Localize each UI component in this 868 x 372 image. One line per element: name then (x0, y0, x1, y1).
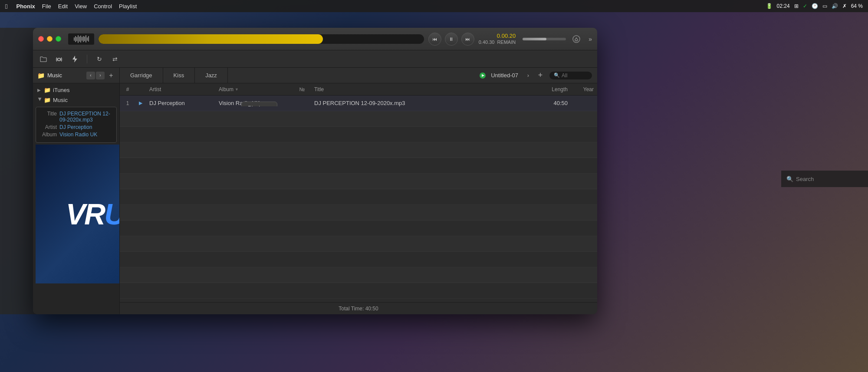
track-info-popup: Title DJ PERCEPTION 12-09-2020x.mp3 Arti… (36, 107, 117, 143)
active-playlist-name: Untitled-07 (491, 72, 518, 79)
shuffle-btn[interactable]: ⇄ (109, 53, 121, 65)
menubar-playlist[interactable]: Playlist (119, 3, 137, 10)
table-row-empty-10[interactable] (120, 252, 597, 267)
folder-btn[interactable] (37, 53, 49, 65)
track-play-btn[interactable]: ▶ (135, 100, 146, 106)
sidebar-title: Music (47, 72, 84, 79)
col-header-album[interactable]: Album ▼ (215, 86, 293, 92)
sidebar-header: 📁 Music ‹ › + (33, 68, 119, 83)
clock: 02:24 (777, 3, 790, 9)
table-row-empty-6[interactable] (120, 189, 597, 205)
vruk-v: VR (66, 197, 104, 231)
table-row-empty-1[interactable] (120, 111, 597, 127)
finder-search-bar[interactable]: 🔍 Search (781, 171, 868, 187)
volume-slider[interactable] (523, 38, 566, 40)
search-input[interactable] (562, 72, 588, 79)
playlist-area: Garridge Kiss Jazz ▶ Untitled-07 › + (120, 68, 597, 314)
minimize-button[interactable] (47, 36, 53, 42)
sidebar: 📁 Music ‹ › + ▶ 📁 iTunes ▶ 📁 Music (33, 68, 120, 314)
table-row-empty-12[interactable] (120, 283, 597, 299)
table-row-empty-3[interactable] (120, 142, 597, 158)
battery-pct: 64 % (851, 3, 863, 9)
sidebar-nav-right[interactable]: › (96, 72, 105, 79)
sidebar-folder-icon: 📁 (37, 72, 45, 79)
menubar-right: 🔋 02:24 ⊞ ✓ 🕐 ▭ 🔊 ✗ 64 % (766, 3, 863, 9)
album-label: Album (41, 132, 57, 138)
sidebar-item-music[interactable]: ▶ 📁 Music (33, 95, 119, 105)
svg-point-0 (573, 36, 580, 43)
tab-nav-left[interactable]: › (523, 71, 533, 80)
track-list[interactable]: 1 ▶ DJ Perception Vision Radio UK Playin… (120, 95, 597, 302)
sidebar-nav-btns: ‹ › (86, 72, 105, 79)
volume-level (523, 38, 546, 40)
expand-button[interactable]: » (589, 36, 592, 43)
col-header-title[interactable]: Title (311, 86, 541, 92)
progress-bar[interactable] (99, 34, 424, 44)
menubar:  Phonix File Edit View Control Playlist… (0, 0, 868, 12)
table-row-empty-7[interactable] (120, 205, 597, 221)
fast-forward-button[interactable]: ⏭ (461, 33, 474, 46)
vruk-logo: VRUK (66, 197, 119, 231)
menubar-view[interactable]: View (75, 3, 87, 10)
sidebar-nav-left[interactable]: ‹ (86, 72, 95, 79)
column-headers: # Artist Album ▼ № Title Length Year (120, 83, 597, 95)
maximize-button[interactable] (56, 36, 61, 42)
tab-add-btn[interactable]: + (536, 71, 545, 80)
time-display: 0.00.20 0.40.30 REMAIN (479, 33, 516, 45)
display-icon: ▭ (822, 3, 827, 9)
toolbar: ↻ ⇄ (33, 50, 597, 68)
col-header-artist[interactable]: Artist (146, 86, 215, 92)
lightning-btn[interactable] (69, 53, 81, 65)
refresh-btn[interactable]: ↻ (93, 53, 105, 65)
svg-rect-1 (575, 40, 578, 41)
title-value: DJ PERCEPTION 12-09-2020x.mp3 (59, 111, 111, 123)
pause-button[interactable]: ⏸ (445, 33, 458, 46)
volume-icon: 🔊 (832, 3, 838, 9)
col-header-year[interactable]: Year (571, 86, 597, 92)
app-window: ⏮ ⏸ ⏭ 0.00.20 0.40.30 REMAIN » (33, 28, 597, 314)
sidebar-item-itunes[interactable]: ▶ 📁 iTunes (33, 85, 119, 95)
track-artist: DJ Perception (146, 100, 215, 106)
battery-icon: 🔋 (766, 3, 773, 9)
play-triangle-icon: ▶ (139, 100, 142, 106)
tab-garridge[interactable]: Garridge (120, 68, 163, 83)
sidebar-add-btn[interactable]: + (107, 72, 115, 79)
broadcast-btn[interactable] (53, 53, 65, 65)
table-row-empty-4[interactable] (120, 158, 597, 174)
rewind-button[interactable]: ⏮ (428, 33, 441, 46)
track-title: DJ PERCEPTION 12-09-2020x.mp3 (311, 100, 541, 106)
table-row-empty-5[interactable] (120, 174, 597, 189)
itunes-label: iTunes (53, 87, 115, 93)
playing-popup: Playing... (241, 102, 277, 106)
menubar-file[interactable]: File (42, 3, 51, 10)
table-row-empty-9[interactable] (120, 236, 597, 252)
sidebar-tree[interactable]: ▶ 📁 iTunes ▶ 📁 Music Title DJ PERCEPTION… (33, 83, 119, 314)
vruk-uk: UK (104, 197, 119, 231)
search-box[interactable]: 🔍 (549, 72, 592, 79)
toolbar-divider-1 (87, 55, 87, 63)
time-sub: 0.40.30 (479, 40, 495, 45)
close-button[interactable] (38, 36, 44, 42)
menubar-edit[interactable]: Edit (58, 3, 68, 10)
menubar-control[interactable]: Control (94, 3, 112, 10)
titlebar: ⏮ ⏸ ⏭ 0.00.20 0.40.30 REMAIN » (33, 28, 597, 50)
airplay-button[interactable] (570, 33, 582, 45)
col-header-length[interactable]: Length (541, 86, 571, 92)
col-header-tracknum[interactable]: № (293, 86, 311, 92)
itunes-folder-icon: 📁 (44, 87, 51, 93)
table-row-empty-2[interactable] (120, 127, 597, 142)
track-info-album-row: Album Vision Radio UK (41, 132, 111, 138)
tab-kiss[interactable]: Kiss (163, 68, 195, 83)
menubar-left:  Phonix File Edit View Control Playlist (5, 3, 766, 10)
track-num: 1 (120, 100, 135, 106)
apple-logo[interactable]:  (5, 3, 7, 10)
album-value: Vision Radio UK (59, 132, 111, 138)
table-row-empty-8[interactable] (120, 221, 597, 236)
menubar-app-name[interactable]: Phonix (16, 3, 35, 10)
track-album: Vision Radio UK Playing... (215, 100, 293, 106)
col-header-num[interactable]: # (120, 86, 135, 92)
tab-jazz[interactable]: Jazz (195, 68, 228, 83)
table-row-empty-11[interactable] (120, 267, 597, 283)
table-row[interactable]: 1 ▶ DJ Perception Vision Radio UK Playin… (120, 95, 597, 111)
main-content: 📁 Music ‹ › + ▶ 📁 iTunes ▶ 📁 Music (33, 68, 597, 314)
